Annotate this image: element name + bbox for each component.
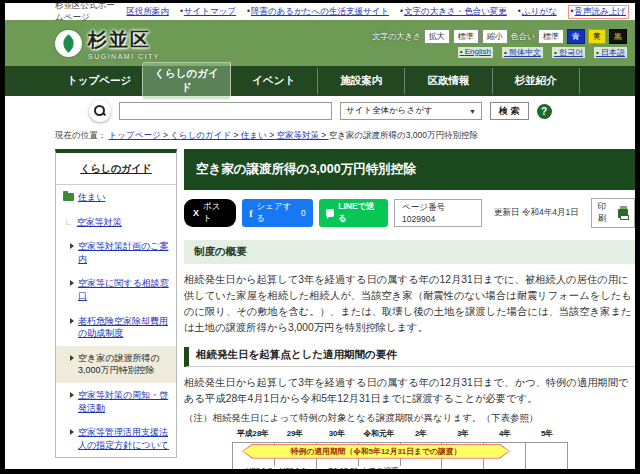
triangle-bullet-icon <box>70 429 74 435</box>
font-standard-button[interactable]: 標準 <box>453 29 479 44</box>
main-article: 空き家の譲渡所得の3,000万円特別控除 X ポスト f シェアする 0 LIN… <box>184 149 635 469</box>
color-label: 色合い <box>511 31 535 42</box>
article-meta-row: X ポスト f シェアする 0 LINEで送る ページ番号1029904 更新日… <box>184 198 635 228</box>
application-period-diagram: 平成28年 29年 30年 令和元年 2年 3年 4年 5年 特例の適用期間（令… <box>232 428 568 469</box>
search-input[interactable] <box>119 102 332 120</box>
sidebar-item-measure-plan[interactable]: 空家等対策計画のご案内 <box>56 234 176 271</box>
header-row: 杉並区 SUGINAMI CITY 文字の大きさ 拡大 標準 縮小 色合い 標準… <box>5 20 635 66</box>
overview-paragraph: 相続発生日から起算して3年を経過する日の属する年の12月31日までに、被相続人の… <box>184 272 635 336</box>
nav-top-page[interactable]: トップページ <box>55 68 143 94</box>
language-links: English 簡体中文 한국어 日本語 <box>458 47 627 58</box>
nav-events[interactable]: イベント <box>231 68 318 94</box>
triangle-bullet-icon <box>70 318 74 324</box>
hero-header: 杉並区 SUGINAMI CITY 文字の大きさ 拡大 標準 縮小 色合い 標準… <box>5 20 635 96</box>
search-button[interactable]: 検 索 <box>490 102 529 120</box>
text-size-color-link[interactable]: 文字の大きさ・色合い変更 <box>400 6 507 18</box>
font-enlarge-button[interactable]: 拡大 <box>424 29 450 44</box>
support-site-link[interactable]: 障害のあるかたへの生活支援サイト <box>247 6 389 18</box>
page-title: 空き家の譲渡所得の3,000万円特別控除 <box>184 149 635 190</box>
page: 杉並区公式ホームページ 区役所案内 サイトマップ 障害のあるかたへの生活支援サイ… <box>5 3 635 469</box>
search-scope-select[interactable]: サイト全体からさがす ▼ <box>340 102 482 120</box>
sidebar-item-awareness[interactable]: 空家等対策の周知・啓発活動 <box>56 383 176 420</box>
font-shrink-button[interactable]: 縮小 <box>482 29 508 44</box>
triangle-bullet-icon <box>70 243 74 249</box>
facebook-share-button[interactable]: f シェアする 0 <box>242 199 313 227</box>
timeline-year-labels: 平成28年 29年 30年 令和元年 2年 3年 4年 5年 <box>232 428 568 439</box>
line-share-button[interactable]: LINEで送る <box>319 199 388 227</box>
global-nav: トップページ くらしのガイド イベント 施設案内 区政情報 杉並紹介 <box>5 66 635 96</box>
color-yellow-button[interactable]: 黄 <box>588 29 606 44</box>
sidebar-item-vacant-house-measures[interactable]: ∟ 空家等対策 <box>56 210 176 235</box>
facebook-logo-icon: f <box>249 208 252 219</box>
triangle-bullet-icon <box>70 280 74 286</box>
facebook-share-count: 0 <box>301 208 306 218</box>
color-black-button[interactable]: 黒 <box>609 29 627 44</box>
breadcrumb-prefix: 現在の位置： <box>55 130 106 140</box>
color-standard-button[interactable]: 標準 <box>538 29 564 44</box>
transfer-deadline-label-1: R1.12.31 までの譲渡 <box>326 466 401 469</box>
period-paragraph: 相続発生日から起算して3年を経過する日の属する年の12月31日まで、かつ、特例の… <box>184 375 635 407</box>
breadcrumb-current: 空き家の譲渡所得の3,000万円特別控除 <box>329 130 478 140</box>
breadcrumb-top-page[interactable]: トップページ <box>109 130 171 140</box>
sidebar-item-consultation[interactable]: 空家等に関する相談窓口 <box>56 271 176 308</box>
city-tagline: SUGINAMI CITY <box>88 53 160 60</box>
lang-japanese-link[interactable]: 日本語 <box>594 47 627 58</box>
x-logo-icon: X <box>193 208 199 218</box>
nav-facilities[interactable]: 施設案内 <box>318 68 405 94</box>
period-section-heading: 相続発生日を起算点とした適用期間の要件 <box>184 347 635 367</box>
sidebar-item-housing[interactable]: 住まい <box>56 185 176 210</box>
lang-korean-link[interactable]: 한국어 <box>552 47 585 58</box>
breadcrumb-vacant-house[interactable]: 空家等対策 <box>276 130 328 140</box>
accessibility-controls: 文字の大きさ 拡大 標準 縮小 色合い 標準 青 黄 黒 <box>372 29 627 44</box>
office-info-link[interactable]: 区役所案内 <box>126 6 169 18</box>
nav-living-guide[interactable]: くらしのガイド <box>143 61 230 101</box>
color-blue-button[interactable]: 青 <box>567 29 585 44</box>
breadcrumb-housing[interactable]: 住まい <box>241 130 277 140</box>
note-paragraph: （注）相続発生日によって特例の対象となる譲渡期限が異なります。（下表参照） <box>184 412 635 425</box>
nav-city-info[interactable]: 区政情報 <box>405 68 492 94</box>
sidebar-title[interactable]: くらしのガイド <box>56 153 176 185</box>
breadcrumb: 現在の位置： トップページくらしのガイド住まい空家等対策空き家の譲渡所得の3,0… <box>5 126 635 145</box>
sidebar: くらしのガイド 住まい ∟ 空家等対策 空家等対策計画のご案内 空家等に関する相… <box>55 149 177 458</box>
header-controls: 文字の大きさ 拡大 標準 縮小 色合い 標準 青 黄 黒 English 簡体中… <box>372 29 627 58</box>
folder-icon <box>63 193 74 201</box>
line-logo-icon <box>326 209 335 217</box>
page-number-box: ページ番号1029904 <box>394 199 482 227</box>
top-utility-bar: 杉並区公式ホームページ 区役所案内 サイトマップ 障害のあるかたへの生活支援サイ… <box>5 3 635 20</box>
screenshot-frame: 杉並区公式ホームページ 区役所案内 サイトマップ 障害のあるかたへの生活支援サイ… <box>0 0 640 474</box>
text-to-speech-link[interactable]: 音声読み上げ <box>568 5 629 19</box>
triangle-bullet-icon <box>70 355 74 361</box>
search-help-icon[interactable]: ? <box>537 104 552 119</box>
sidebar-item-support-corporation[interactable]: 空家等管理活用支援法人の指定方針について <box>56 420 176 457</box>
triangle-bullet-icon <box>70 392 74 398</box>
city-name: 杉並区 <box>88 27 160 53</box>
search-bar: サイト全体からさがす ▼ 検 索 ? <box>5 96 635 126</box>
inheritance-period-label-1: H28.1.2～H29.1.1 <box>244 466 308 469</box>
branch-icon: ∟ <box>65 217 73 229</box>
content-area: くらしのガイド 住まい ∟ 空家等対策 空家等対策計画のご案内 空家等に関する相… <box>55 149 635 469</box>
lang-chinese-link[interactable]: 簡体中文 <box>502 47 543 58</box>
chevron-down-icon: ▼ <box>469 108 476 115</box>
search-icon[interactable] <box>89 100 111 122</box>
city-emblem-icon <box>55 30 82 57</box>
updated-date: 更新日 令和4年4月1日 <box>494 207 579 219</box>
lang-english-link[interactable]: English <box>458 47 493 58</box>
sidebar-item-capital-gains-deduction[interactable]: 空き家の譲渡所得の3,000万円特別控除 <box>56 346 176 383</box>
furigana-link[interactable]: ふりがな <box>518 6 557 18</box>
printer-icon <box>618 209 628 218</box>
font-size-label: 文字の大きさ <box>372 31 421 42</box>
sitemap-link[interactable]: サイトマップ <box>180 6 236 18</box>
application-period-banner: 特例の適用期間（令和5年12月31日までの譲渡） <box>242 444 510 459</box>
city-logo[interactable]: 杉並区 SUGINAMI CITY <box>55 27 160 60</box>
sidebar-item-demolition-subsidy[interactable]: 老朽危険空家除却費用の助成制度 <box>56 309 176 346</box>
x-post-button[interactable]: X ポスト <box>184 199 236 227</box>
nav-about-suginami[interactable]: 杉並紹介 <box>493 68 580 94</box>
print-button[interactable]: 印刷 <box>591 198 635 228</box>
overview-section-heading: 制度の概要 <box>184 240 635 264</box>
site-label: 杉並区公式ホームページ <box>55 3 115 24</box>
breadcrumb-living-guide[interactable]: くらしのガイド <box>170 130 241 140</box>
